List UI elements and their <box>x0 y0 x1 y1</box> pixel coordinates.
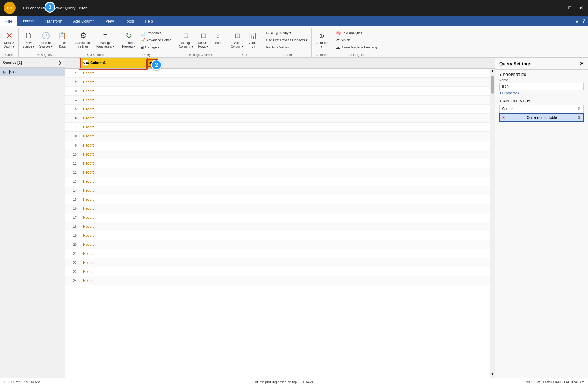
vertical-scrollbar[interactable]: ▲ ▼ <box>490 69 495 378</box>
ribbon-group-ai-insights: 🧠 Text Analytics 👁 Vision ☁ Azure Machin… <box>332 28 381 57</box>
advanced-editor-label: Advanced Editor <box>147 38 171 42</box>
replace-values-button[interactable]: Replace Values <box>264 44 309 51</box>
new-source-icon: 🗎 <box>24 31 33 41</box>
tab-home[interactable]: Home <box>17 16 39 26</box>
split-column-button[interactable]: ⊞ SplitColumn ▾ <box>229 29 246 51</box>
status-columns-rows: 1 COLUMN, 999+ ROWS <box>4 380 41 384</box>
combine-icon: ⊕ <box>317 31 326 41</box>
all-properties-link[interactable]: All Properties <box>499 91 519 95</box>
tab-view[interactable]: View <box>100 16 119 26</box>
window-controls[interactable]: — □ ✕ <box>555 4 584 12</box>
step-delete-icon[interactable]: ✕ <box>502 116 505 120</box>
scroll-up-button[interactable]: ▲ <box>491 69 495 73</box>
tab-transform[interactable]: Transform <box>39 16 68 26</box>
table-row: 12Record <box>65 168 495 177</box>
close-apply-button[interactable]: ✕ Close &Apply ▾ <box>2 29 17 51</box>
data-type-button[interactable]: Data Type: Any ▾ <box>264 30 309 36</box>
table-row: 16Record <box>65 204 495 213</box>
manage-columns-label: ManageColumns ▾ <box>179 41 193 48</box>
ribbon-group-new-query: 🗎 NewSource ▾ 🕐 RecentSources ▾ 📋 EnterD… <box>19 28 71 57</box>
table-row: 3Record <box>65 87 495 96</box>
tab-tools[interactable]: Tools <box>119 16 139 26</box>
scroll-thumb[interactable] <box>491 76 494 94</box>
manage-parameters-button[interactable]: ≡ ManageParameters ▾ <box>94 29 116 51</box>
table-row: 17Record <box>65 213 495 222</box>
table-row: 5Record <box>65 105 495 114</box>
recent-sources-button[interactable]: 🕐 RecentSources ▾ <box>37 29 54 51</box>
table-row: 9Record <box>65 141 495 150</box>
table-row: 6Record <box>65 114 495 123</box>
reduce-rows-icon: ⊟ <box>198 31 208 41</box>
reduce-rows-label: ReduceRows ▾ <box>198 41 208 48</box>
ribbon-collapse-button[interactable]: ∧ <box>575 18 579 24</box>
group-by-button[interactable]: 📊 GroupBy <box>246 29 260 51</box>
properties-button[interactable]: 📄 Properties <box>138 30 173 36</box>
data-source-settings-icon: ⚙ <box>79 31 88 41</box>
text-analytics-label: Text Analytics <box>342 31 362 35</box>
table-row: 10Record <box>65 150 495 159</box>
query-settings-panel: Query Settings ✕ PROPERTIES Name All Pro… <box>495 58 588 378</box>
enter-data-label: EnterData <box>59 41 66 48</box>
use-first-row-button[interactable]: Use First Row as Headers ▾ <box>264 37 309 43</box>
step-converted-gear[interactable]: ⚙ <box>577 115 581 120</box>
table-row: 14Record <box>65 186 495 195</box>
sidebar-item-json[interactable]: ⊟ json <box>0 68 65 76</box>
manage-parameters-label: ManageParameters ▾ <box>96 41 114 48</box>
reduce-rows-button[interactable]: ⊟ ReduceRows ▾ <box>196 29 210 51</box>
sort-button[interactable]: ↕ Sort <box>211 29 225 51</box>
group-label-combine: Combine <box>314 53 330 57</box>
column-header-column1[interactable]: ABC Column1 ⇄ <box>80 58 158 68</box>
manage-button[interactable]: ⊞ Manage ▾ <box>138 44 173 51</box>
help-button[interactable]: ? <box>582 18 585 24</box>
ribbon-group-data-sources: ⚙ Data sourcesettings ≡ ManageParameters… <box>71 28 118 57</box>
table-row: 8Record <box>65 132 495 141</box>
replace-values-label: Replace Values <box>266 45 289 49</box>
tab-file[interactable]: File <box>0 16 17 26</box>
column-name: Column1 <box>90 61 106 65</box>
combine-button[interactable]: ⊕ Combine▾ <box>314 29 330 51</box>
table-row: 7Record <box>65 123 495 132</box>
azure-ml-icon: ☁ <box>336 45 340 50</box>
tab-help[interactable]: Help <box>139 16 158 26</box>
close-window-button[interactable]: ✕ <box>578 4 584 12</box>
window-title: JSON connection - Power Query Editor <box>19 6 555 10</box>
maximize-button[interactable]: □ <box>567 4 573 12</box>
table-row: 1Record <box>65 69 495 78</box>
data-source-settings-button[interactable]: ⚙ Data sourcesettings <box>73 29 94 51</box>
step-source[interactable]: Source ⚙ <box>499 105 584 113</box>
enter-data-button[interactable]: 📋 EnterData <box>55 29 69 51</box>
step-converted-to-table[interactable]: ✕ Converted to Table ⚙ <box>499 113 584 122</box>
table-row: 21Record <box>65 249 495 258</box>
manage-columns-icon: ⊟ <box>181 31 191 41</box>
grid-body[interactable]: 1Record 2Record 3Record 4Record 5Record … <box>65 69 495 378</box>
query-settings-close-button[interactable]: ✕ <box>580 61 584 66</box>
step-source-gear[interactable]: ⚙ <box>577 107 581 111</box>
new-source-label: NewSource ▾ <box>23 41 34 48</box>
vision-button[interactable]: 👁 Vision <box>334 37 379 43</box>
split-column-label: SplitColumn ▾ <box>231 41 243 48</box>
manage-label: Manage ▾ <box>145 45 160 49</box>
group-label-data-sources: Data Sources <box>73 53 116 57</box>
query-settings-header: Query Settings ✕ <box>495 58 588 70</box>
refresh-preview-button[interactable]: ↻ RefreshPreview ▾ <box>120 29 137 51</box>
applied-steps-title: APPLIED STEPS <box>499 99 584 103</box>
close-apply-label: Close &Apply ▾ <box>4 41 14 48</box>
table-row: 23Record <box>65 267 495 276</box>
azure-ml-button[interactable]: ☁ Azure Machine Learning <box>334 44 379 51</box>
group-label-new-query: New Query <box>20 53 69 57</box>
scroll-down-button[interactable]: ▼ <box>491 372 495 376</box>
new-source-button[interactable]: 🗎 NewSource ▾ <box>20 29 36 51</box>
group-label-query: Query <box>120 53 173 57</box>
manage-icon: ⊞ <box>140 45 144 50</box>
text-analytics-button[interactable]: 🧠 Text Analytics <box>334 30 379 36</box>
tab-add-column[interactable]: Add Column <box>68 16 100 26</box>
app-icon: PQ <box>4 2 16 14</box>
ribbon-group-transform: Data Type: Any ▾ Use First Row as Header… <box>262 28 311 57</box>
minimize-button[interactable]: — <box>555 4 562 12</box>
query-name-input[interactable] <box>499 83 584 90</box>
ribbon-group-manage-columns: ⊟ ManageColumns ▾ ⊟ ReduceRows ▾ ↕ Sort … <box>175 28 227 57</box>
sidebar-collapse-button[interactable]: ❯ <box>58 60 62 65</box>
recent-sources-icon: 🕐 <box>41 31 51 41</box>
advanced-editor-button[interactable]: 📝 Advanced Editor <box>138 37 173 43</box>
manage-columns-button[interactable]: ⊟ ManageColumns ▾ <box>177 29 195 51</box>
